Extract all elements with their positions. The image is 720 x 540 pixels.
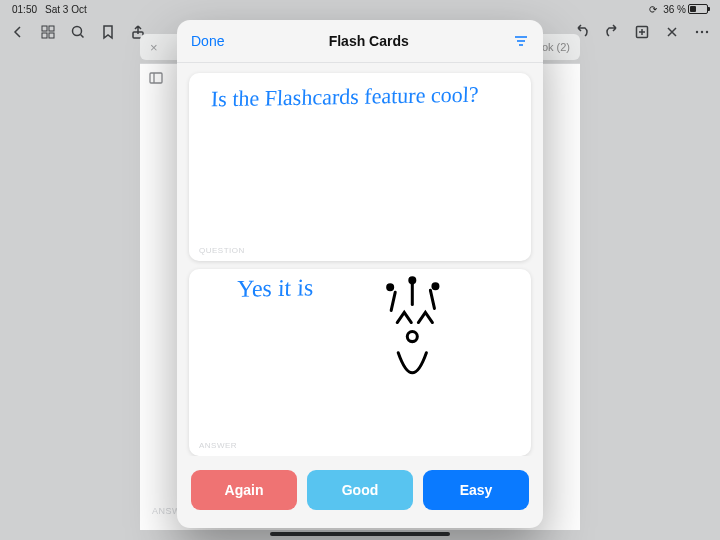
done-button[interactable]: Done	[191, 33, 224, 49]
back-icon[interactable]	[10, 24, 26, 40]
answer-card[interactable]: Yes it is ANSWER	[189, 269, 531, 457]
svg-point-11	[388, 284, 393, 289]
question-handwriting: Is the Flashcards feature cool?	[210, 77, 479, 117]
home-indicator[interactable]	[270, 532, 450, 536]
more-icon[interactable]	[694, 24, 710, 40]
svg-point-4	[73, 27, 82, 36]
answer-label: ANSWER	[199, 441, 237, 450]
svg-point-8	[701, 31, 703, 33]
bookmark-icon[interactable]	[100, 24, 116, 40]
redo-icon[interactable]	[604, 24, 620, 40]
svg-rect-2	[42, 33, 47, 38]
svg-point-7	[696, 31, 698, 33]
doodle-face-icon	[189, 269, 531, 457]
easy-button[interactable]: Easy	[423, 470, 529, 510]
close-tab-icon[interactable]: ×	[150, 40, 158, 55]
svg-point-14	[407, 331, 417, 341]
good-button[interactable]: Good	[307, 470, 413, 510]
svg-rect-1	[49, 26, 54, 31]
svg-rect-0	[42, 26, 47, 31]
search-icon[interactable]	[70, 24, 86, 40]
status-date: Sat 3 Oct	[45, 4, 87, 15]
rating-actions: Again Good Easy	[177, 456, 543, 528]
again-button[interactable]: Again	[191, 470, 297, 510]
svg-rect-10	[150, 73, 162, 83]
svg-point-9	[706, 31, 708, 33]
add-icon[interactable]	[634, 24, 650, 40]
svg-point-13	[433, 283, 438, 288]
flashcards-modal: Done Flash Cards Is the Flashcards featu…	[177, 20, 543, 528]
question-label: QUESTION	[199, 246, 245, 255]
battery-icon	[688, 4, 708, 14]
question-card[interactable]: Is the Flashcards feature cool? QUESTION	[189, 73, 531, 261]
close-icon[interactable]	[664, 24, 680, 40]
modal-title: Flash Cards	[329, 33, 409, 49]
status-bar: 01:50 Sat 3 Oct ⟳ 36 %	[0, 0, 720, 18]
battery-text: 36 %	[663, 4, 686, 15]
svg-point-12	[410, 277, 415, 282]
sidebar-icon[interactable]	[148, 70, 164, 86]
svg-rect-3	[49, 33, 54, 38]
grid-icon[interactable]	[40, 24, 56, 40]
filter-icon[interactable]	[513, 33, 529, 49]
status-time: 01:50	[12, 4, 37, 15]
sync-icon: ⟳	[649, 4, 657, 15]
